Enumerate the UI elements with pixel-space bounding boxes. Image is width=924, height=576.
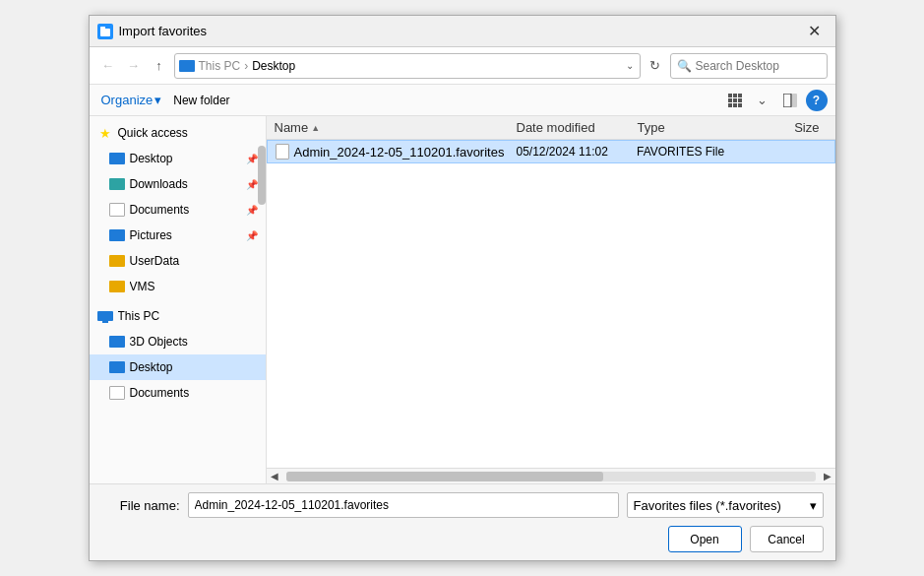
sidebar-item-desktop2[interactable]: Desktop	[90, 354, 266, 380]
address-bar[interactable]: This PC › Desktop ⌄	[174, 53, 641, 79]
filename-label: File name:	[101, 498, 180, 513]
file-list: Admin_2024-12-05_110201.favorites 05/12/…	[267, 140, 835, 468]
search-bar[interactable]: 🔍	[670, 53, 828, 79]
refresh-button[interactable]: ↻	[645, 55, 666, 77]
documents-folder-icon	[109, 203, 125, 217]
svg-rect-6	[733, 98, 737, 102]
view-dropdown-button[interactable]: ⌄	[751, 89, 774, 112]
scroll-left-arrow[interactable]: ◀	[267, 469, 282, 484]
up-button[interactable]: ↑	[149, 55, 170, 77]
new-folder-button[interactable]: New folder	[169, 92, 233, 109]
documents2-icon	[109, 386, 125, 400]
svg-rect-12	[792, 94, 797, 107]
svg-rect-2	[728, 94, 732, 97]
filetype-dropdown[interactable]: Favorites files (*.favorites) ▾	[627, 492, 824, 518]
back-button[interactable]: ←	[97, 55, 119, 77]
h-scroll-thumb[interactable]	[286, 472, 604, 481]
sidebar-item-vms-label: VMS	[130, 280, 258, 293]
quick-access-label: Quick access	[118, 126, 258, 140]
svg-rect-1	[100, 27, 105, 30]
sidebar-item-3d-objects[interactable]: 3D Objects	[90, 329, 266, 354]
pin-icon-documents: 📌	[246, 205, 258, 216]
breadcrumb-sep: ›	[244, 59, 248, 73]
view-icon-button[interactable]	[723, 89, 747, 112]
svg-rect-14	[102, 321, 108, 323]
sidebar-item-documents-label: Documents	[130, 203, 239, 217]
filename-row: File name: Favorites files (*.favorites)…	[101, 492, 824, 518]
svg-rect-3	[733, 94, 737, 97]
organize-button[interactable]: Organize ▾	[97, 91, 166, 109]
svg-rect-8	[728, 103, 732, 107]
svg-rect-10	[738, 103, 742, 107]
help-button[interactable]: ?	[806, 90, 828, 111]
svg-rect-0	[100, 29, 110, 36]
downloads-folder-icon	[109, 178, 125, 190]
desktop2-icon	[109, 361, 125, 373]
search-icon: 🔍	[677, 59, 692, 73]
scroll-right-arrow[interactable]: ▶	[820, 469, 835, 484]
file-area: Name ▲ Date modified Type Size	[267, 116, 835, 483]
pin-icon-downloads: 📌	[246, 179, 258, 190]
col-name[interactable]: Name ▲	[275, 120, 517, 135]
sidebar-item-desktop[interactable]: Desktop 📌	[90, 146, 266, 171]
file-row-date: 05/12/2024 11:02	[517, 145, 638, 159]
svg-rect-11	[783, 94, 791, 107]
sidebar-item-documents2[interactable]: Documents	[90, 380, 266, 406]
this-pc-icon	[97, 308, 113, 324]
file-row-type: FAVORITES File	[637, 145, 758, 159]
h-scroll-track[interactable]	[286, 472, 816, 481]
svg-rect-7	[738, 98, 742, 102]
sidebar-item-pictures[interactable]: Pictures 📌	[90, 223, 266, 248]
col-size[interactable]: Size	[759, 120, 828, 135]
bottom-panel: File name: Favorites files (*.favorites)…	[90, 483, 835, 560]
address-dropdown-button[interactable]: ⌄	[624, 60, 636, 71]
sidebar-item-desktop-label: Desktop	[130, 152, 239, 165]
breadcrumb-desktop: Desktop	[252, 59, 619, 73]
filename-input[interactable]	[188, 492, 619, 518]
preview-pane-button[interactable]	[778, 89, 802, 112]
quick-access-icon: ★	[97, 125, 113, 141]
svg-rect-4	[738, 94, 742, 97]
sidebar-item-documents2-label: Documents	[130, 386, 258, 400]
open-button[interactable]: Open	[668, 526, 742, 552]
col-type[interactable]: Type	[638, 120, 759, 135]
dialog-title: Import favorites	[119, 24, 796, 38]
cancel-button[interactable]: Cancel	[750, 526, 824, 552]
col-date-modified[interactable]: Date modified	[517, 120, 638, 135]
sidebar-section-this-pc[interactable]: This PC	[90, 303, 266, 329]
dialog-icon	[97, 24, 113, 39]
sidebar: ★ Quick access Desktop 📌 Downloads 📌 Doc…	[90, 116, 267, 483]
horizontal-scrollbar[interactable]: ◀ ▶	[267, 468, 835, 483]
svg-rect-13	[97, 311, 113, 321]
pictures-folder-icon	[109, 229, 125, 241]
sidebar-item-desktop2-label: Desktop	[130, 360, 258, 374]
sidebar-item-userdata[interactable]: UserData	[90, 248, 266, 274]
filetype-value: Favorites files (*.favorites)	[634, 498, 781, 513]
search-input[interactable]	[696, 59, 821, 73]
sidebar-item-downloads[interactable]: Downloads 📌	[90, 171, 266, 197]
title-bar: Import favorites ✕	[90, 16, 835, 47]
file-header: Name ▲ Date modified Type Size	[267, 116, 835, 140]
address-icon	[179, 60, 195, 72]
organize-arrow: ▾	[154, 93, 161, 107]
close-button[interactable]: ✕	[802, 22, 828, 41]
main-area: ★ Quick access Desktop 📌 Downloads 📌 Doc…	[90, 116, 835, 483]
sidebar-item-documents[interactable]: Documents 📌	[90, 197, 266, 223]
sidebar-item-downloads-label: Downloads	[130, 177, 239, 191]
secondary-toolbar: Organize ▾ New folder ⌄ ?	[90, 85, 835, 116]
sidebar-item-userdata-label: UserData	[130, 254, 258, 268]
file-row[interactable]: Admin_2024-12-05_110201.favorites 05/12/…	[267, 140, 835, 163]
filetype-arrow: ▾	[810, 498, 817, 513]
sidebar-item-3d-label: 3D Objects	[130, 335, 258, 349]
import-favorites-dialog: Import favorites ✕ ← → ↑ This PC › Deskt…	[89, 15, 836, 561]
sidebar-section-quick-access[interactable]: ★ Quick access	[90, 120, 266, 146]
this-pc-label: This PC	[118, 309, 258, 323]
forward-button[interactable]: →	[123, 55, 145, 77]
svg-rect-9	[733, 103, 737, 107]
address-toolbar: ← → ↑ This PC › Desktop ⌄ ↻ 🔍	[90, 47, 835, 85]
sidebar-scrollbar[interactable]	[258, 146, 266, 205]
sort-arrow: ▲	[311, 123, 320, 133]
pin-icon-pictures: 📌	[246, 230, 258, 241]
preview-pane-icon	[783, 94, 797, 107]
sidebar-item-vms[interactable]: VMS	[90, 274, 266, 299]
